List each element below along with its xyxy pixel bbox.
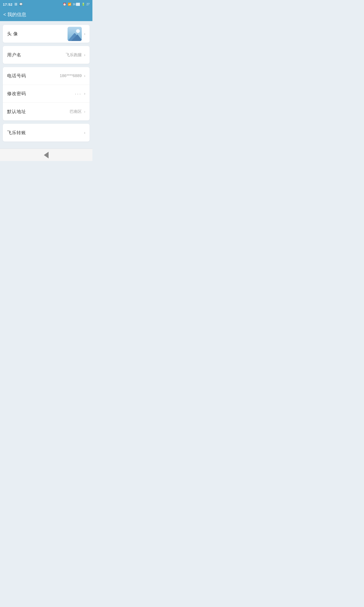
password-value: ··· <box>75 91 82 96</box>
phone-row[interactable]: 电话号码 186****6889 › <box>3 67 90 85</box>
address-row[interactable]: 默认地址 巴南区 › <box>3 103 90 120</box>
avatar-right: › <box>67 27 85 41</box>
wifi-icon: 📶 <box>68 3 71 6</box>
message-icon: 💬 <box>19 3 23 6</box>
transfer-right: › <box>84 131 85 135</box>
signal-icon: 3G▊▊ <box>73 3 80 6</box>
nav-title[interactable]: < 我的信息 <box>3 11 26 18</box>
phone-value: 186****6889 <box>60 74 82 78</box>
status-left: 17:52 🖼 💬 <box>3 2 23 6</box>
avatar-thumbnail <box>67 27 82 41</box>
alarm-icon: ⏰ <box>63 3 66 6</box>
avatar-chevron: › <box>84 32 85 36</box>
status-right: ⏰ 📶 3G▊▊ 🔋 27 <box>63 3 90 6</box>
svg-point-1 <box>76 29 80 33</box>
phone-right: 186****6889 › <box>60 74 85 78</box>
address-chevron: › <box>84 109 85 114</box>
status-time: 17:52 <box>3 2 13 6</box>
avatar-row[interactable]: 头 像 <box>3 25 90 43</box>
status-bar: 17:52 🖼 💬 ⏰ 📶 3G▊▊ 🔋 27 <box>0 0 92 9</box>
bottom-bar[interactable] <box>0 149 92 161</box>
password-label: 修改密码 <box>7 91 26 97</box>
password-chevron: › <box>84 92 85 96</box>
username-group: 用户名 飞乐跑腿 › <box>3 46 90 64</box>
address-value: 巴南区 <box>70 109 82 114</box>
address-right: 巴南区 › <box>70 109 85 114</box>
contact-group: 电话号码 186****6889 › 修改密码 ··· › 默认地址 巴南区 › <box>3 67 90 120</box>
battery-icon: 🔋 <box>81 3 85 6</box>
username-right: 飞乐跑腿 › <box>66 52 85 58</box>
avatar-group: 头 像 <box>3 25 90 43</box>
username-label: 用户名 <box>7 52 21 58</box>
transfer-group: 飞乐转账 › <box>3 124 90 142</box>
username-value: 飞乐跑腿 <box>66 52 82 58</box>
password-row[interactable]: 修改密码 ··· › <box>3 85 90 103</box>
gallery-icon: 🖼 <box>14 3 17 6</box>
back-button[interactable] <box>44 152 49 158</box>
password-right: ··· › <box>75 91 85 96</box>
phone-chevron: › <box>84 74 85 78</box>
transfer-chevron: › <box>84 131 85 135</box>
username-chevron: › <box>84 53 85 57</box>
nav-bar[interactable]: < 我的信息 <box>0 9 92 21</box>
phone-label: 电话号码 <box>7 73 26 79</box>
username-row[interactable]: 用户名 飞乐跑腿 › <box>3 46 90 64</box>
address-label: 默认地址 <box>7 109 26 115</box>
main-content: 头 像 <box>0 21 92 149</box>
transfer-row[interactable]: 飞乐转账 › <box>3 124 90 142</box>
transfer-label: 飞乐转账 <box>7 130 26 136</box>
battery-level: 27 <box>87 3 90 6</box>
avatar-label: 头 像 <box>7 31 18 37</box>
